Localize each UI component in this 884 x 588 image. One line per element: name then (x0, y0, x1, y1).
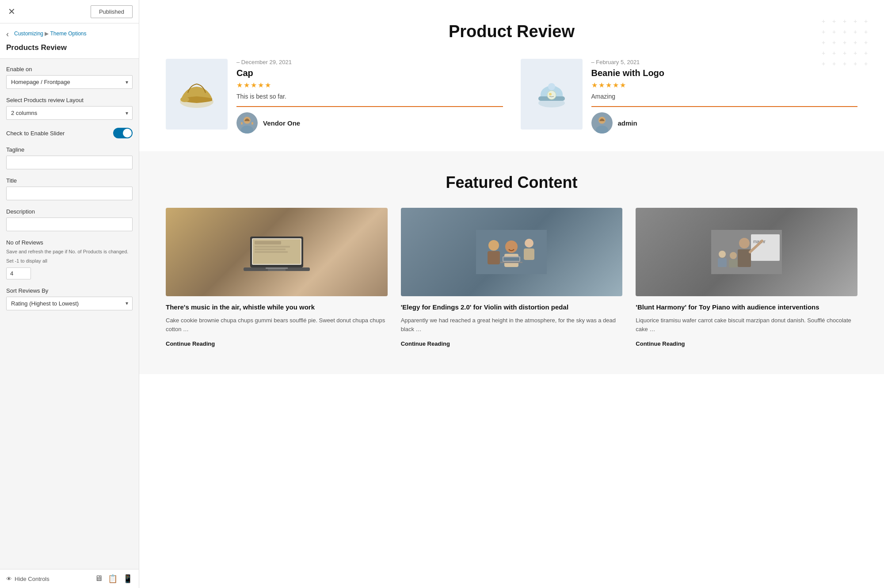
svg-rect-6 (241, 122, 243, 125)
featured-section: Featured Content (139, 151, 884, 374)
right-panel: +++++ +++++ +++++ +++++ +++++ Product Re… (139, 0, 884, 588)
eye-icon: 👁 (6, 576, 12, 582)
review-text-2: Amazing (591, 93, 858, 100)
svg-rect-20 (255, 241, 281, 244)
no-reviews-input[interactable] (6, 267, 31, 279)
slider-label: Check to Enable Slider (6, 130, 65, 137)
hide-controls[interactable]: 👁 Hide Controls (6, 576, 50, 582)
slider-toggle[interactable] (113, 128, 133, 138)
panel-title: Products Review (6, 41, 133, 57)
product-image-beanie (521, 59, 583, 130)
continue-reading-2[interactable]: Continue Reading (401, 340, 450, 347)
review-stars-1: ★★★★★ (236, 81, 503, 89)
featured-grid: There's music in the air, whistle while … (166, 208, 857, 347)
reviewer-avatar-2 (591, 112, 613, 134)
layout-select[interactable]: 2 columns (6, 106, 133, 120)
svg-rect-26 (268, 269, 286, 271)
tablet-icon[interactable]: 📋 (108, 574, 118, 584)
svg-point-12 (549, 93, 552, 95)
left-panel: ✕ Published ‹ Customizing ▶ Theme Option… (0, 0, 139, 588)
breadcrumb-theme-options[interactable]: Theme Options (50, 31, 86, 37)
review-content-2: – February 5, 2021 Beanie with Logo ★★★★… (591, 59, 858, 134)
sort-select-wrapper: Rating (Highest to Lowest) (6, 297, 133, 310)
sort-group: Sort Reviews By Rating (Highest to Lowes… (6, 287, 133, 310)
svg-rect-21 (255, 246, 290, 248)
svg-rect-29 (488, 251, 500, 264)
featured-card-title-1: There's music in the air, whistle while … (166, 302, 388, 312)
featured-image-3: mashr (636, 208, 857, 296)
close-button[interactable]: ✕ (6, 4, 17, 19)
svg-point-40 (739, 238, 750, 248)
no-reviews-group: No of Reviews Save and refresh the page … (6, 239, 133, 279)
review-stars-2: ★★★★★ (591, 81, 858, 89)
description-group: Description (6, 208, 133, 231)
reviews-grid: – December 29, 2021 Cap ★★★★★ This is be… (166, 59, 857, 134)
product-image-cap (166, 59, 228, 130)
device-icons: 🖥 📋 📱 (95, 574, 133, 584)
review-product-name-2: Beanie with Logo (591, 68, 858, 78)
svg-rect-25 (266, 267, 288, 269)
slider-toggle-row: Check to Enable Slider (6, 128, 133, 138)
reviewer-row-2: admin (591, 106, 858, 134)
review-card: – December 29, 2021 Cap ★★★★★ This is be… (166, 59, 503, 134)
enable-on-select[interactable]: Homepage / Frontpage (6, 75, 133, 89)
svg-rect-34 (500, 262, 522, 263)
title-input[interactable] (6, 187, 133, 200)
panel-content: Enable on Homepage / Frontpage Select Pr… (0, 59, 139, 569)
enable-on-select-wrapper: Homepage / Frontpage (6, 75, 133, 89)
product-review-heading: Product Review (166, 22, 857, 41)
title-group: Title (6, 177, 133, 200)
sort-select[interactable]: Rating (Highest to Lowest) (6, 297, 133, 310)
review-text-1: This is best so far. (236, 93, 503, 100)
featured-image-2 (401, 208, 623, 296)
svg-point-11 (547, 91, 556, 99)
layout-label: Select Products review Layout (6, 97, 133, 103)
featured-card-2: 'Elegy for Endings 2.0' for Violin with … (401, 208, 623, 347)
breadcrumb-customizing[interactable]: Customizing (14, 31, 43, 37)
desktop-icon[interactable]: 🖥 (95, 574, 103, 584)
layout-select-wrapper: 2 columns (6, 106, 133, 120)
description-label: Description (6, 208, 133, 215)
svg-point-42 (719, 251, 726, 258)
published-button[interactable]: Published (91, 5, 133, 18)
featured-card-title-2: 'Elegy for Endings 2.0' for Violin with … (401, 302, 623, 312)
layout-group: Select Products review Layout 2 columns (6, 97, 133, 120)
bottom-bar: 👁 Hide Controls 🖥 📋 📱 (0, 569, 139, 588)
svg-rect-33 (524, 248, 534, 260)
reviewer-name-1: Vendor One (263, 119, 300, 127)
review-date-1: – December 29, 2021 (236, 59, 503, 65)
no-reviews-hint2: Set -1 to display all (6, 258, 133, 264)
featured-card-desc-1: Cake cookie brownie chupa chups gummi be… (166, 316, 388, 333)
no-reviews-label: No of Reviews (6, 239, 133, 246)
review-card-2: – February 5, 2021 Beanie with Logo ★★★★… (521, 59, 858, 134)
continue-reading-1[interactable]: Continue Reading (166, 340, 215, 347)
product-review-section: Product Review – December 29, 2021 Cap (139, 0, 884, 151)
mobile-icon[interactable]: 📱 (123, 574, 133, 584)
tagline-group: Tagline (6, 146, 133, 169)
svg-rect-23 (255, 251, 288, 253)
reviewer-avatar-1 (236, 112, 258, 134)
svg-rect-22 (255, 248, 286, 250)
featured-image-1 (166, 208, 388, 296)
svg-rect-43 (718, 258, 727, 267)
svg-rect-45 (729, 260, 738, 267)
featured-card-1: There's music in the air, whistle while … (166, 208, 388, 347)
reviewer-row-1: Vendor One (236, 106, 503, 134)
reviewer-name-2: admin (618, 119, 637, 127)
tagline-input[interactable] (6, 156, 133, 169)
review-date-2: – February 5, 2021 (591, 59, 858, 65)
svg-rect-36 (503, 257, 519, 261)
review-content-1: – December 29, 2021 Cap ★★★★★ This is be… (236, 59, 503, 134)
tagline-label: Tagline (6, 146, 133, 153)
title-label: Title (6, 177, 133, 184)
enable-on-label: Enable on (6, 66, 133, 73)
featured-card-desc-2: Apparently we had reached a great height… (401, 316, 623, 333)
no-reviews-hint: Save and refresh the page if No. of Prod… (6, 248, 133, 255)
svg-point-44 (730, 252, 737, 259)
continue-reading-3[interactable]: Continue Reading (636, 340, 685, 347)
featured-heading: Featured Content (166, 173, 857, 192)
back-button[interactable]: ‹ (6, 28, 12, 41)
svg-point-32 (525, 239, 533, 248)
description-input[interactable] (6, 218, 133, 231)
sort-label: Sort Reviews By (6, 287, 133, 294)
